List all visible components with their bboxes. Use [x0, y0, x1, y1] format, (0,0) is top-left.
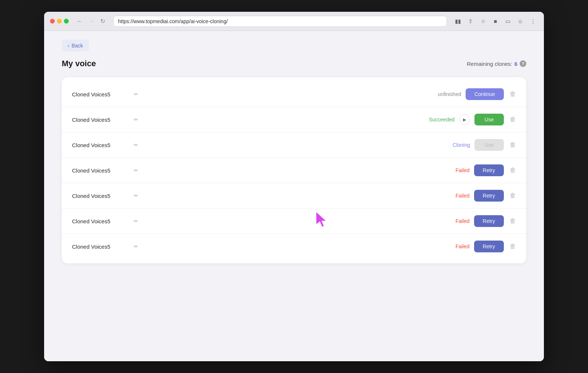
voice-name: Cloned Voices5 — [72, 193, 131, 199]
voice-name: Cloned Voices5 — [72, 218, 131, 224]
page-content: ‹ Back My voice Remaining clones: 6 ? Cl… — [44, 31, 544, 361]
reload-button[interactable]: ↻ — [98, 17, 107, 25]
edit-icon[interactable]: ✏ — [134, 218, 138, 224]
title-bar: ← → ↻ https://www.topmediai.com/app/ai-v… — [44, 12, 544, 31]
status-text: Cloning — [437, 142, 470, 148]
status-text: Failed — [437, 244, 470, 249]
extension-icon[interactable]: ■ — [490, 16, 501, 26]
edit-icon[interactable]: ✏ — [134, 167, 138, 173]
back-label: Back — [72, 43, 83, 49]
url-text: https://www.topmediai.com/app/ai-voice-c… — [118, 18, 228, 24]
voice-row: Cloned Voices5✏FailedRetry🗑 — [62, 183, 526, 209]
status-text: Succeeded — [422, 117, 455, 122]
close-button[interactable] — [50, 19, 55, 24]
use-button: Use — [474, 139, 504, 151]
play-button[interactable]: ▶ — [459, 114, 470, 125]
voice-row: Cloned Voices5✏CloningUse🗑 — [62, 132, 526, 158]
edit-icon[interactable]: ✏ — [134, 91, 138, 97]
bookmark-manager-icon[interactable]: ▮▮ — [453, 16, 463, 26]
forward-nav-button[interactable]: → — [86, 17, 97, 25]
edit-icon[interactable]: ✏ — [134, 244, 138, 249]
status-text: Failed — [437, 193, 470, 199]
continue-button[interactable]: Continue — [466, 88, 504, 100]
delete-icon[interactable]: 🗑 — [510, 116, 516, 123]
voice-name: Cloned Voices5 — [72, 167, 131, 174]
voices-list: Cloned Voices5✏unfinishedContinue🗑Cloned… — [62, 77, 526, 263]
back-button[interactable]: ‹ Back — [62, 40, 89, 51]
voice-name: Cloned Voices5 — [72, 244, 131, 250]
voice-row: Cloned Voices5✏FailedRetry🗑 — [62, 234, 526, 259]
status-text: unfinished — [428, 91, 461, 97]
edit-icon[interactable]: ✏ — [134, 193, 138, 199]
voice-row: Cloned Voices5✏FailedRetry🗑 — [62, 158, 526, 183]
minimize-button[interactable] — [57, 19, 62, 24]
sidebar-icon[interactable]: ▭ — [503, 16, 513, 26]
voice-row: Cloned Voices5✏FailedRetry🗑 — [62, 209, 526, 234]
clone-count: 6 — [514, 61, 517, 67]
voice-row: Cloned Voices5✏unfinishedContinue🗑 — [62, 82, 526, 107]
retry-button[interactable]: Retry — [474, 241, 504, 252]
back-nav-button[interactable]: ← — [75, 17, 85, 25]
page-title: My voice — [62, 59, 96, 68]
help-icon[interactable]: ? — [520, 60, 526, 67]
voice-name: Cloned Voices5 — [72, 142, 131, 148]
voice-row: Cloned Voices5✏Succeeded▶Use🗑 — [62, 107, 526, 132]
address-bar[interactable]: https://www.topmediai.com/app/ai-voice-c… — [113, 16, 447, 27]
remaining-clones: Remaining clones: 6 ? — [467, 60, 526, 67]
browser-window: ← → ↻ https://www.topmediai.com/app/ai-v… — [44, 12, 544, 361]
delete-icon[interactable]: 🗑 — [510, 217, 516, 225]
toolbar-icons: ▮▮ ⇧ ☆ ■ ▭ ☺ ⋮ — [453, 16, 538, 26]
use-button[interactable]: Use — [474, 114, 504, 125]
status-text: Failed — [437, 167, 470, 173]
delete-icon[interactable]: 🗑 — [510, 167, 516, 174]
delete-icon[interactable]: 🗑 — [510, 90, 516, 98]
edit-icon[interactable]: ✏ — [134, 117, 138, 122]
edit-icon[interactable]: ✏ — [134, 142, 138, 148]
back-chevron-icon: ‹ — [68, 43, 69, 49]
delete-icon[interactable]: 🗑 — [510, 141, 516, 149]
retry-button[interactable]: Retry — [474, 190, 504, 202]
menu-icon[interactable]: ⋮ — [528, 16, 538, 26]
nav-buttons: ← → ↻ — [75, 17, 107, 25]
retry-button[interactable]: Retry — [474, 215, 504, 227]
delete-icon[interactable]: 🗑 — [510, 192, 516, 199]
delete-icon[interactable]: 🗑 — [510, 243, 516, 250]
status-text: Failed — [437, 218, 470, 224]
retry-button[interactable]: Retry — [474, 164, 504, 176]
remaining-label: Remaining clones: — [467, 61, 512, 67]
profile-icon[interactable]: ☺ — [515, 16, 526, 26]
maximize-button[interactable] — [64, 19, 69, 24]
share-icon[interactable]: ⇧ — [465, 16, 476, 26]
traffic-lights — [50, 19, 69, 24]
star-icon[interactable]: ☆ — [478, 16, 488, 26]
voice-name: Cloned Voices5 — [72, 117, 131, 123]
voice-name: Cloned Voices5 — [72, 91, 131, 97]
page-header: My voice Remaining clones: 6 ? — [62, 59, 526, 68]
